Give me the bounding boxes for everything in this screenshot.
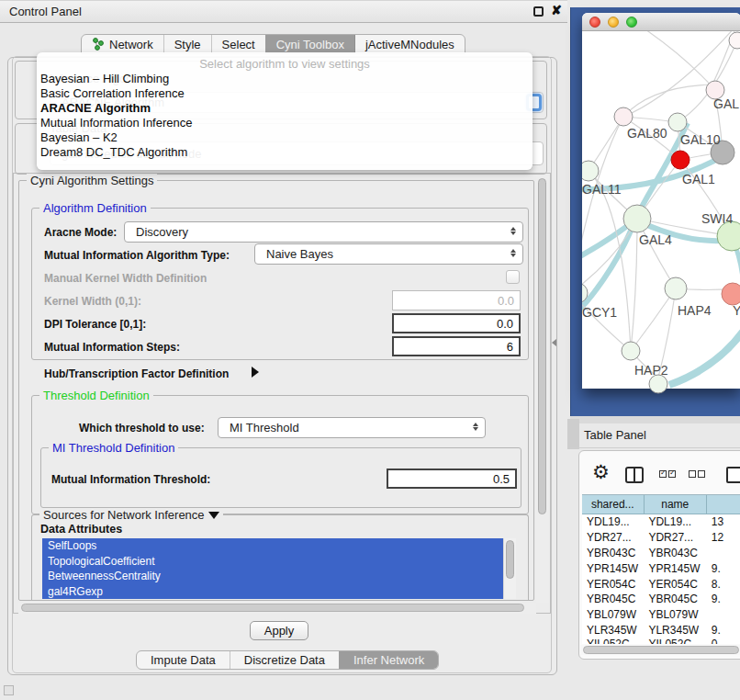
apply-button[interactable]: Apply [250,621,308,640]
close-traffic-icon[interactable] [589,17,600,28]
column-header[interactable]: shared... [582,495,645,514]
list-item[interactable]: SelfLoops [42,538,503,554]
node-salmon [722,283,740,305]
expand-arrow-icon[interactable] [252,367,259,378]
dropdown-item[interactable]: Bayesian – K2 [40,130,118,144]
kernel-width-field[interactable]: 0.0 [392,290,521,310]
node-gal4 [623,205,651,232]
settings-horizontal-scrollbar[interactable] [18,603,536,614]
select-all-checks-icon[interactable] [659,470,676,478]
list-item[interactable]: gal4RGexp [42,584,503,600]
node-gal10 [668,113,687,131]
dropdown-item[interactable]: Basic Correlation Inference [40,86,185,100]
node-gal1 [671,151,690,169]
tab-infer-network[interactable]: Infer Network [339,651,438,669]
mi-type-label: Mutual Information Algorithm Type: [44,249,230,262]
tab-impute-data[interactable]: Impute Data [137,651,230,669]
aracne-mode-label: Aracne Mode: [44,226,117,239]
float-window-icon[interactable] [533,6,544,17]
manual-kernel-label: Manual Kernel Width Definition [44,272,207,285]
kernel-width-label: Kernel Width (0,1): [44,295,141,308]
dpi-tolerance-field[interactable]: 0.0 [392,313,521,333]
data-attributes-label: Data Attributes [40,523,122,536]
table-row[interactable]: YBR043CYBR043C [582,546,740,561]
node-label: GAL [713,96,739,111]
dropdown-item-selected[interactable]: ARACNE Algorithm [40,101,151,115]
network-desktop: GAL GAL80 GAL10 GAL1 GAL11 SWI4 GAL4 GCY… [570,7,740,416]
node-label: HAP2 [634,363,668,378]
tab-select[interactable]: Select [211,35,265,53]
node-gal11 [582,161,599,181]
tab-discretize-data[interactable]: Discretize Data [230,651,339,669]
splitter-collapse-icon[interactable] [552,339,556,346]
node-label: GAL11 [582,182,622,197]
export-table-icon[interactable] [726,467,740,483]
columns-icon[interactable] [625,467,644,483]
control-panel-tabs: Network Style Select Cyni Toolbox jActiv… [81,34,465,54]
gear-icon[interactable]: ⚙ [592,461,610,483]
dpi-tolerance-label: DPI Tolerance [0,1]: [44,318,146,331]
node-label: SWI4 [701,211,733,226]
mi-steps-field[interactable]: 6 [392,336,521,356]
settings-vertical-scrollbar[interactable] [536,176,549,603]
bottom-tabs: Impute Data Discretize Data Infer Networ… [136,650,439,670]
tab-style[interactable]: Style [163,35,211,53]
table-row[interactable]: YDL19...YDL19...13 [582,514,740,530]
table-header-row: shared... name [582,495,740,514]
node [729,32,740,49]
panel-divider[interactable] [570,416,740,423]
cyni-algorithm-settings-title: Cyni Algorithm Settings [27,174,157,187]
tab-network[interactable]: Network [82,35,163,53]
list-item[interactable]: BetweennessCentrality [42,569,503,584]
network-window-titlebar [582,13,740,31]
mi-steps-label: Mutual Information Steps: [44,341,180,354]
control-panel-title: Control Panel [9,5,82,18]
node-label: GAL80 [627,126,667,141]
mi-threshold-label: Mutual Information Threshold: [51,473,210,486]
node-label: HAP4 [678,303,712,318]
hub-definition-label[interactable]: Hub/Transcription Factor Definition [44,367,229,380]
table-row[interactable]: YPR145WYPR145W9. [582,560,740,576]
close-icon[interactable]: ✘ [551,3,562,17]
table-row[interactable]: YIL052CYIL052C0. [582,638,740,644]
window-grip-icon [4,685,14,695]
mi-threshold-field[interactable]: 0.5 [387,469,517,489]
tab-cyni-toolbox[interactable]: Cyni Toolbox [265,35,354,53]
column-header[interactable] [707,495,740,514]
network-icon [92,38,105,51]
dropdown-item[interactable]: Bayesian – Hill Climbing [40,72,169,85]
collapse-arrow-icon [208,512,219,519]
list-item[interactable]: TopologicalCoefficient [42,554,503,570]
which-threshold-label: Which threshold to use: [79,422,205,435]
dropdown-item[interactable]: Dream8 DC_TDC Algorithm [40,145,187,159]
zoom-traffic-icon[interactable] [626,17,637,28]
deselect-all-checks-icon[interactable] [689,470,705,478]
table-row[interactable]: YLR345WYLR345W9. [582,623,740,638]
network-window: GAL GAL80 GAL10 GAL1 GAL11 SWI4 GAL4 GCY… [582,13,740,389]
network-graph[interactable]: GAL GAL80 GAL10 GAL1 GAL11 SWI4 GAL4 GCY… [582,31,740,396]
node-label: Y [733,303,740,318]
table-panel-divider [570,447,740,448]
node-hap4 [665,277,687,299]
tab-jactivemnodules[interactable]: jActiveMNodules [354,35,465,53]
table-row[interactable]: YBR045CYBR045C9. [582,592,740,607]
tab-network-label: Network [109,38,153,51]
node-label: GCY1 [582,305,617,320]
column-header[interactable]: name [645,495,707,514]
data-attributes-list[interactable]: SelfLoops TopologicalCoefficient Between… [42,538,503,599]
list-scrollbar[interactable] [503,538,516,599]
table-row[interactable]: YER054CYER054C8. [582,576,740,592]
node-label: GAL4 [639,232,672,247]
minimize-traffic-icon[interactable] [608,17,619,28]
manual-kernel-checkbox[interactable] [506,270,520,284]
dropdown-item[interactable]: Mutual Information Inference [40,116,192,130]
splitter-block[interactable] [567,419,579,449]
table-row[interactable]: YDR27...YDR27...12 [582,530,740,546]
node-bottom [649,375,667,393]
algorithm-definition-title: Algorithm Definition [39,201,151,215]
algorithm-dropdown-popup: Select algorithm to view settings Bayesi… [37,52,533,170]
node-label: GAL1 [682,172,715,186]
table-horizontal-scrollbar[interactable] [580,645,740,655]
table-row[interactable]: YBL079WYBL079W [582,607,740,623]
sources-title: Sources for Network Inference [39,508,223,522]
